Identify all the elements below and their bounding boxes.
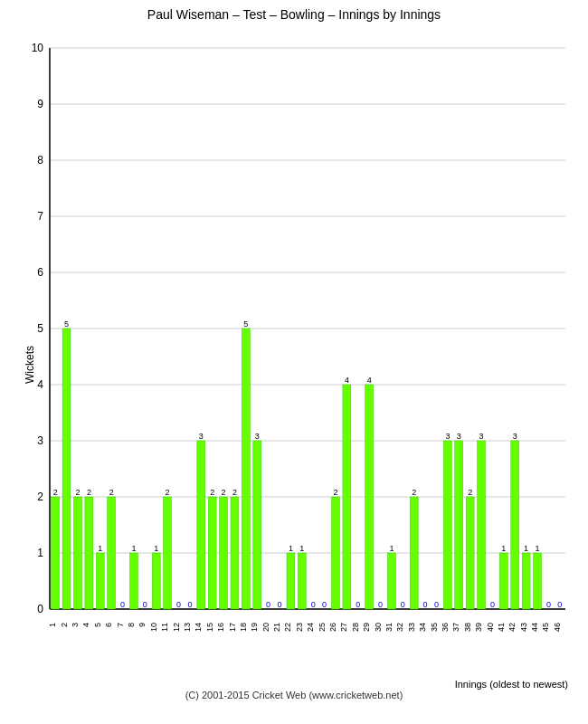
svg-text:11: 11 [160, 623, 169, 632]
y-axis-label: Wickets [24, 346, 36, 384]
svg-rect-29 [108, 497, 116, 609]
svg-text:22: 22 [283, 623, 292, 632]
svg-text:0: 0 [277, 600, 281, 609]
svg-text:10: 10 [32, 42, 44, 54]
svg-text:3: 3 [199, 432, 204, 441]
svg-text:34: 34 [418, 623, 427, 632]
svg-text:0: 0 [187, 600, 192, 609]
svg-text:16: 16 [216, 623, 225, 632]
svg-text:4: 4 [345, 376, 349, 385]
svg-rect-32 [164, 497, 172, 609]
svg-text:1: 1 [154, 544, 158, 553]
svg-text:0: 0 [37, 603, 43, 615]
svg-text:23: 23 [295, 623, 304, 632]
svg-text:2: 2 [109, 488, 114, 497]
svg-text:20: 20 [261, 623, 270, 632]
svg-text:8: 8 [127, 623, 136, 627]
svg-text:4: 4 [367, 376, 372, 385]
svg-rect-27 [85, 497, 93, 609]
svg-text:2: 2 [222, 488, 226, 497]
svg-rect-39 [287, 553, 295, 609]
svg-text:1: 1 [98, 544, 102, 553]
svg-text:1: 1 [48, 623, 57, 627]
svg-rect-45 [410, 497, 418, 609]
svg-text:14: 14 [194, 623, 203, 632]
svg-text:2: 2 [333, 488, 337, 497]
svg-rect-38 [253, 441, 261, 609]
svg-text:3: 3 [255, 432, 260, 441]
svg-text:5: 5 [37, 322, 43, 335]
svg-rect-24 [52, 497, 60, 609]
svg-text:43: 43 [519, 623, 528, 632]
svg-text:2: 2 [60, 623, 69, 627]
svg-text:9: 9 [37, 98, 43, 110]
svg-rect-30 [130, 553, 138, 609]
chart-svg: 0 1 2 3 4 5 6 7 8 9 10 [0, 25, 588, 686]
svg-text:45: 45 [541, 623, 550, 632]
x-axis-label: Innings (oldest to newest) [0, 679, 568, 690]
svg-rect-43 [365, 385, 374, 609]
svg-text:1: 1 [299, 544, 304, 553]
svg-text:40: 40 [486, 623, 495, 632]
svg-text:6: 6 [37, 266, 43, 279]
svg-rect-46 [443, 441, 451, 609]
svg-text:3: 3 [37, 434, 43, 447]
svg-text:38: 38 [463, 623, 472, 632]
svg-text:25: 25 [318, 623, 327, 632]
svg-text:4: 4 [81, 623, 90, 627]
svg-text:2: 2 [468, 488, 472, 497]
svg-text:0: 0 [490, 600, 495, 609]
svg-text:10: 10 [149, 623, 158, 632]
svg-rect-47 [455, 441, 463, 609]
svg-rect-25 [62, 329, 71, 609]
svg-text:8: 8 [37, 154, 43, 167]
copyright: (C) 2001-2015 Cricket Web (www.cricketwe… [0, 690, 588, 704]
svg-text:3: 3 [457, 432, 461, 441]
svg-text:0: 0 [356, 600, 360, 609]
svg-text:27: 27 [339, 623, 348, 632]
svg-text:1: 1 [501, 544, 506, 553]
svg-text:5: 5 [64, 319, 69, 329]
svg-rect-28 [96, 553, 104, 609]
svg-rect-48 [466, 497, 474, 609]
svg-text:36: 36 [441, 623, 450, 632]
svg-rect-31 [152, 553, 160, 609]
svg-text:12: 12 [172, 623, 181, 632]
svg-text:26: 26 [328, 623, 337, 632]
svg-text:2: 2 [412, 488, 416, 497]
svg-rect-34 [208, 497, 216, 609]
svg-text:7: 7 [37, 210, 43, 223]
svg-text:3: 3 [479, 432, 484, 441]
svg-text:0: 0 [311, 600, 316, 609]
svg-text:28: 28 [351, 623, 360, 632]
svg-text:42: 42 [507, 623, 517, 632]
svg-text:3: 3 [513, 432, 517, 441]
svg-text:19: 19 [250, 623, 259, 632]
svg-rect-51 [511, 441, 519, 609]
svg-text:41: 41 [497, 623, 506, 632]
svg-text:6: 6 [104, 623, 113, 627]
svg-text:21: 21 [272, 623, 281, 632]
svg-text:0: 0 [322, 600, 327, 609]
svg-rect-35 [220, 497, 228, 609]
svg-text:17: 17 [228, 623, 237, 632]
svg-text:15: 15 [205, 623, 214, 632]
svg-text:2: 2 [37, 491, 43, 503]
svg-text:1: 1 [37, 547, 43, 559]
svg-text:4: 4 [37, 378, 43, 391]
svg-text:1: 1 [389, 544, 394, 553]
svg-text:46: 46 [553, 623, 562, 632]
svg-text:7: 7 [116, 623, 125, 627]
svg-text:44: 44 [530, 623, 539, 632]
svg-text:35: 35 [430, 623, 439, 632]
svg-text:1: 1 [524, 544, 528, 553]
svg-text:33: 33 [407, 623, 416, 632]
svg-text:0: 0 [378, 600, 383, 609]
svg-text:0: 0 [557, 600, 562, 609]
svg-text:30: 30 [374, 623, 383, 632]
svg-text:1: 1 [131, 544, 136, 553]
svg-text:0: 0 [120, 600, 125, 609]
svg-rect-37 [242, 329, 250, 609]
svg-text:32: 32 [395, 623, 404, 632]
svg-text:3: 3 [71, 623, 80, 627]
